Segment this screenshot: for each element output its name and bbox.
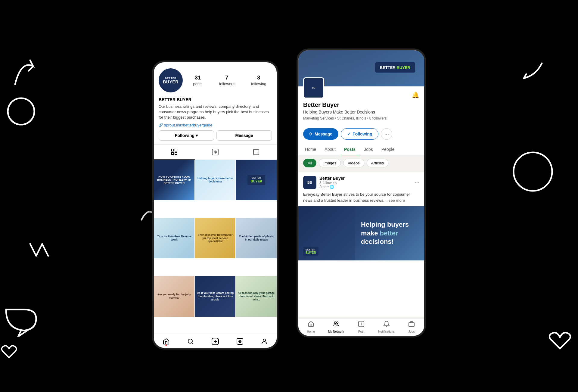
ig-profile-link: sprout.link/betterbuyerguide bbox=[154, 122, 277, 130]
svg-rect-5 bbox=[175, 152, 177, 154]
li-nav-jobs[interactable]: Jobs bbox=[399, 321, 424, 333]
deco-zigzag bbox=[27, 241, 51, 260]
li-tab-jobs[interactable]: Jobs bbox=[360, 143, 377, 155]
svg-point-14 bbox=[239, 341, 240, 342]
li-post-author: Better Buyer bbox=[319, 176, 412, 181]
deco-speech-1 bbox=[3, 306, 39, 338]
deco-arrow-right bbox=[518, 60, 548, 86]
deco-arrow-1 bbox=[9, 54, 45, 92]
li-action-buttons: ✈ Message ✓ Following ··· bbox=[298, 125, 424, 143]
li-nav-home[interactable]: Home bbox=[298, 321, 324, 333]
svg-point-1 bbox=[514, 152, 552, 191]
svg-rect-4 bbox=[172, 152, 174, 154]
ig-tabs bbox=[154, 144, 277, 160]
scene: BETTER BUYER 31 posts 7 followers 3 bbox=[0, 0, 578, 392]
ig-grid-item-3[interactable]: BETTER BUYER bbox=[236, 160, 277, 201]
li-company-tagline: Helping Buyers Make Better Decisions bbox=[303, 110, 419, 114]
ig-action-buttons: Following ▾ Message bbox=[154, 130, 277, 144]
ig-grid-item-7[interactable]: Are you ready for the jobs market? bbox=[154, 276, 194, 317]
ig-stat-following: 3 following bbox=[251, 75, 266, 86]
svg-point-8 bbox=[215, 151, 216, 152]
ig-grid-item-2[interactable]: Helping buyers make better decisions! bbox=[195, 160, 236, 201]
li-profile-section: BB 🔔 Better Buyer Helping Buyers Make Be… bbox=[298, 86, 424, 125]
li-post-image: BETTER BUYER Helping buyers make better … bbox=[298, 206, 424, 260]
ig-nav-dot bbox=[165, 344, 167, 346]
ig-header: BETTER BUYER 31 posts 7 followers 3 bbox=[154, 62, 277, 96]
li-filter-articles[interactable]: Articles bbox=[367, 159, 389, 167]
deco-heart-right bbox=[548, 331, 572, 353]
li-nav-post[interactable]: Post bbox=[349, 321, 374, 333]
ig-following-button[interactable]: Following ▾ bbox=[159, 130, 214, 141]
li-nav-notifications[interactable]: Notifications bbox=[374, 321, 399, 333]
ig-bottom-nav bbox=[154, 334, 277, 348]
li-more-button[interactable]: ··· bbox=[381, 128, 392, 140]
deco-circle-1 bbox=[6, 96, 36, 128]
li-tab-people[interactable]: People bbox=[377, 143, 399, 155]
li-post-body: Everyday Better Buyer strives to be your… bbox=[298, 191, 424, 206]
li-see-more[interactable]: ...see more bbox=[385, 198, 405, 203]
svg-rect-3 bbox=[175, 149, 177, 151]
svg-point-15 bbox=[263, 339, 266, 341]
ig-grid-item-9[interactable]: 13 reasons why your garage door won't cl… bbox=[236, 276, 277, 317]
li-following-button[interactable]: ✓ Following bbox=[341, 128, 378, 140]
svg-rect-9 bbox=[253, 149, 259, 155]
ig-grid-item-5[interactable]: Then discover BetterBuyer for top local … bbox=[195, 218, 236, 259]
ig-link-text[interactable]: sprout.link/betterbuyerguide bbox=[164, 123, 212, 127]
ig-stats: 31 posts 7 followers 3 following bbox=[188, 75, 272, 86]
li-tab-about[interactable]: About bbox=[320, 143, 340, 155]
svg-point-10 bbox=[188, 339, 192, 343]
svg-point-16 bbox=[334, 322, 336, 324]
deco-heart-small-1 bbox=[0, 343, 18, 362]
li-filter-videos[interactable]: Videos bbox=[343, 159, 364, 167]
ig-profile-name: BETTER BUYER bbox=[154, 96, 277, 103]
li-filter-row: All Images Videos Articles bbox=[298, 156, 424, 170]
svg-point-0 bbox=[8, 98, 34, 125]
li-nav-my-network[interactable]: My Network bbox=[324, 321, 349, 333]
li-post-more-button[interactable]: ··· bbox=[415, 179, 419, 186]
ig-nav-add[interactable] bbox=[203, 336, 228, 347]
ig-avatar-logo: BETTER BUYER bbox=[163, 77, 179, 84]
linkedin-phone: BETTER BUYER BB 🔔 Better Buyer Helping B… bbox=[297, 48, 426, 338]
li-post-followers: 8 followers bbox=[319, 181, 412, 185]
li-post-avatar: BB bbox=[303, 176, 316, 189]
li-filter-all[interactable]: All bbox=[303, 159, 316, 167]
ig-message-button[interactable]: Message bbox=[216, 130, 272, 141]
ig-stat-posts: 31 posts bbox=[193, 75, 203, 86]
ig-photo-grid: HOW TO UPDATE YOUR BUSINESS PROFILE WITH… bbox=[154, 160, 277, 334]
ig-nav-reels[interactable] bbox=[228, 336, 252, 347]
li-avatar-row: BB 🔔 bbox=[303, 77, 419, 98]
ig-profile-bio: Our business ratings and reviews, compan… bbox=[154, 103, 277, 122]
li-company-meta: Marketing Services • St Charles, Illinoi… bbox=[303, 116, 419, 120]
ig-tab-reels[interactable] bbox=[195, 145, 236, 160]
li-nav-tabs: Home About Posts Jobs People bbox=[298, 143, 424, 156]
ig-nav-profile[interactable] bbox=[252, 336, 277, 347]
svg-point-17 bbox=[337, 322, 338, 324]
li-post-time: 3mo • 🌐 bbox=[319, 185, 412, 189]
li-post-header: BB Better Buyer 8 followers 3mo • 🌐 ··· bbox=[298, 172, 424, 191]
deco-circle-2 bbox=[512, 151, 554, 194]
li-tab-posts[interactable]: Posts bbox=[340, 143, 360, 155]
ig-grid-item-4[interactable]: Tips for Pain-Free Remote Work bbox=[154, 218, 194, 259]
li-cover-logo: BETTER BUYER bbox=[375, 62, 415, 73]
li-bottom-nav: Home My Network bbox=[298, 319, 424, 336]
svg-rect-19 bbox=[409, 322, 414, 326]
li-message-button[interactable]: ✈ Message bbox=[303, 128, 338, 140]
svg-rect-2 bbox=[172, 149, 174, 151]
ig-tab-grid[interactable] bbox=[154, 145, 195, 160]
li-filter-images[interactable]: Images bbox=[319, 159, 341, 167]
ig-nav-search[interactable] bbox=[179, 336, 203, 347]
li-avatar: BB bbox=[303, 77, 324, 98]
ig-stat-followers: 7 followers bbox=[219, 75, 235, 86]
li-post-info: Better Buyer 8 followers 3mo • 🌐 bbox=[319, 176, 412, 189]
instagram-phone: BETTER BUYER 31 posts 7 followers 3 bbox=[152, 61, 278, 350]
ig-grid-item-8[interactable]: Do it yourself: Before calling the plumb… bbox=[195, 276, 236, 317]
ig-grid-item-1[interactable]: HOW TO UPDATE YOUR BUSINESS PROFILE WITH… bbox=[154, 160, 194, 201]
li-post-card: BB Better Buyer 8 followers 3mo • 🌐 ··· … bbox=[298, 172, 424, 317]
li-notification-bell[interactable]: 🔔 bbox=[412, 91, 419, 98]
li-tab-home[interactable]: Home bbox=[301, 143, 320, 155]
ig-avatar: BETTER BUYER bbox=[159, 68, 183, 92]
li-company-name: Better Buyer bbox=[303, 101, 419, 108]
ig-grid-item-6[interactable]: The hidden perils of plastic in our dail… bbox=[236, 218, 277, 259]
ig-nav-home[interactable] bbox=[154, 336, 179, 347]
ig-tab-tagged[interactable] bbox=[236, 145, 277, 160]
